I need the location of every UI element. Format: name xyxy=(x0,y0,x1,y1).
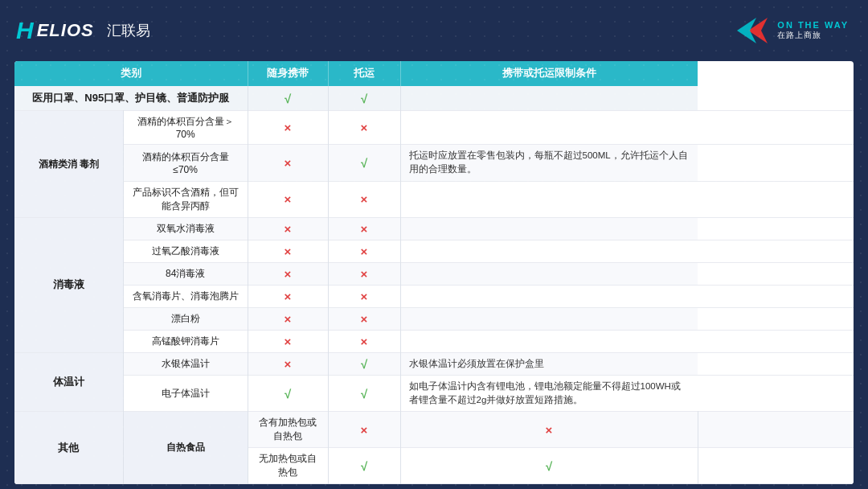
col-header-checked: 托运 xyxy=(328,61,400,86)
conditions-empty9 xyxy=(400,330,698,352)
checked-cross6: × xyxy=(328,262,400,285)
conditions-therm1: 水银体温计必须放置在保护盒里 xyxy=(400,352,698,375)
table-row: 过氧乙酸消毒液 × × xyxy=(14,240,854,262)
disinfect-row5-item: 漂白粉 xyxy=(123,307,248,330)
conditions-therm2: 如电子体温计内含有锂电池，锂电池额定能量不得超过100WH或者锂含量不超过2g并… xyxy=(400,375,698,412)
on-the-way-cn: 在路上商旅 xyxy=(777,30,849,41)
carry-check: √ xyxy=(248,86,328,111)
table-row: 体温计 水银体温计 × √ 水银体温计必须放置在保护盒里 xyxy=(14,352,854,375)
other-group-label: 其他 xyxy=(14,412,123,484)
col-header-category: 类别 xyxy=(14,61,248,86)
conditions-empty4 xyxy=(400,217,698,240)
carry-cross9: × xyxy=(248,330,328,352)
table-row: 其他 自热食品 含有加热包或自热包 × × xyxy=(14,412,854,448)
checked-check10: √ xyxy=(328,352,400,375)
table-row: 电子体温计 √ √ 如电子体温计内含有锂电池，锂电池额定能量不得超过100WH或… xyxy=(14,375,854,412)
conditions-empty8 xyxy=(400,307,698,330)
disinfect-row4-item: 含氧消毒片、消毒泡腾片 xyxy=(123,285,248,307)
carry-cross7: × xyxy=(248,285,328,307)
checked-check2: √ xyxy=(328,145,400,182)
on-the-way-en: ON THE WAY xyxy=(777,20,849,30)
table-row: 酒精类消 毒剂 酒精的体积百分含量＞70% × × xyxy=(14,111,854,145)
logo-elios-text: ELIOS xyxy=(37,22,94,39)
checked-check13: √ xyxy=(400,448,698,484)
checked-check: √ xyxy=(328,86,400,111)
checked-cross8: × xyxy=(328,307,400,330)
conditions-alcohol2: 托运时应放置在零售包装内，每瓶不超过500ML，允许托运个人自用的合理数量。 xyxy=(400,145,698,182)
carry-cross2: × xyxy=(248,145,328,182)
table-row: 医用口罩、N95口罩、护目镜、普通防护服 √ √ xyxy=(14,86,854,111)
carry-cross6: × xyxy=(248,262,328,285)
chevron-icon xyxy=(732,11,771,50)
therm-row1-item: 水银体温计 xyxy=(123,352,248,375)
checked-cross3: × xyxy=(328,181,400,217)
conditions-other1 xyxy=(698,412,854,448)
disinfect-row2-item: 过氧乙酸消毒液 xyxy=(123,240,248,262)
alcohol-group-label: 酒精类消 毒剂 xyxy=(14,111,123,218)
main-table: 类别 随身携带 托运 携带或托运限制条件 医用口罩、N95口罩、护目镜、普通防护… xyxy=(14,61,854,484)
logo-h-letter: H xyxy=(16,18,34,43)
other-row1-item: 含有加热包或自热包 xyxy=(248,412,328,448)
table-row: 产品标识不含酒精，但可能含异丙醇 × × xyxy=(14,181,854,217)
table-row: 高锰酸钾消毒片 × × xyxy=(14,330,854,352)
other-row2-item: 无加热包或自热包 xyxy=(248,448,328,484)
masks-cell: 医用口罩、N95口罩、护目镜、普通防护服 xyxy=(14,86,248,111)
disinfect-row3-item: 84消毒液 xyxy=(123,262,248,285)
conditions-empty xyxy=(400,111,698,145)
brand-right: ON THE WAY 在路上商旅 xyxy=(732,11,849,50)
disinfect-group-label: 消毒液 xyxy=(14,217,123,352)
table-row: 酒精的体积百分含量≤70% × √ 托运时应放置在零售包装内，每瓶不超过500M… xyxy=(14,145,854,182)
checked-cross7: × xyxy=(328,285,400,307)
carry-cross3: × xyxy=(248,181,328,217)
conditions-other2 xyxy=(698,448,854,484)
logo-cn-text: 汇联易 xyxy=(107,21,150,40)
checked-cross9: × xyxy=(328,330,400,352)
carry-check11: √ xyxy=(248,375,328,412)
conditions-cell xyxy=(400,86,698,111)
table-header-row: 类别 随身携带 托运 携带或托运限制条件 xyxy=(14,61,854,86)
carry-cross4: × xyxy=(248,217,328,240)
table-row: 漂白粉 × × xyxy=(14,307,854,330)
logo-helios: H ELIOS xyxy=(16,18,94,43)
col-header-conditions: 携带或托运限制条件 xyxy=(400,61,698,86)
disinfect-row6-item: 高锰酸钾消毒片 xyxy=(123,330,248,352)
conditions-empty7 xyxy=(400,285,698,307)
carry-cross10: × xyxy=(248,352,328,375)
table-row: 消毒液 双氧水消毒液 × × xyxy=(14,217,854,240)
checked-check11: √ xyxy=(328,375,400,412)
conditions-empty5 xyxy=(400,240,698,262)
carry-cross8: × xyxy=(248,307,328,330)
checked-cross12: × xyxy=(400,412,698,448)
carry-cross: × xyxy=(248,111,328,145)
disinfect-row1-item: 双氧水消毒液 xyxy=(123,217,248,240)
carry-cross12: × xyxy=(328,412,400,448)
therm-group-label: 体温计 xyxy=(14,352,123,412)
main-container: H ELIOS 汇联易 ON THE WAY 在路上商旅 类别 随身携带 xyxy=(0,0,868,489)
alcohol-row1-item: 酒精的体积百分含量＞70% xyxy=(123,111,248,145)
conditions-empty6 xyxy=(400,262,698,285)
checked-cross5: × xyxy=(328,240,400,262)
table-wrapper: 类别 随身携带 托运 携带或托运限制条件 医用口罩、N95口罩、护目镜、普通防护… xyxy=(14,61,854,484)
on-the-way-text: ON THE WAY 在路上商旅 xyxy=(777,20,849,41)
checked-cross4: × xyxy=(328,217,400,240)
therm-row2-item: 电子体温计 xyxy=(123,375,248,412)
header: H ELIOS 汇联易 ON THE WAY 在路上商旅 xyxy=(0,0,868,61)
alcohol-row2-item: 酒精的体积百分含量≤70% xyxy=(123,145,248,182)
checked-cross: × xyxy=(328,111,400,145)
other-subcat-label: 自热食品 xyxy=(123,412,248,484)
logo: H ELIOS 汇联易 xyxy=(16,18,150,43)
conditions-empty3 xyxy=(400,181,698,217)
carry-check13: √ xyxy=(328,448,400,484)
col-header-carry: 随身携带 xyxy=(248,61,328,86)
table-row: 84消毒液 × × xyxy=(14,262,854,285)
table-row: 含氧消毒片、消毒泡腾片 × × xyxy=(14,285,854,307)
alcohol-row3-item: 产品标识不含酒精，但可能含异丙醇 xyxy=(123,181,248,217)
carry-cross5: × xyxy=(248,240,328,262)
